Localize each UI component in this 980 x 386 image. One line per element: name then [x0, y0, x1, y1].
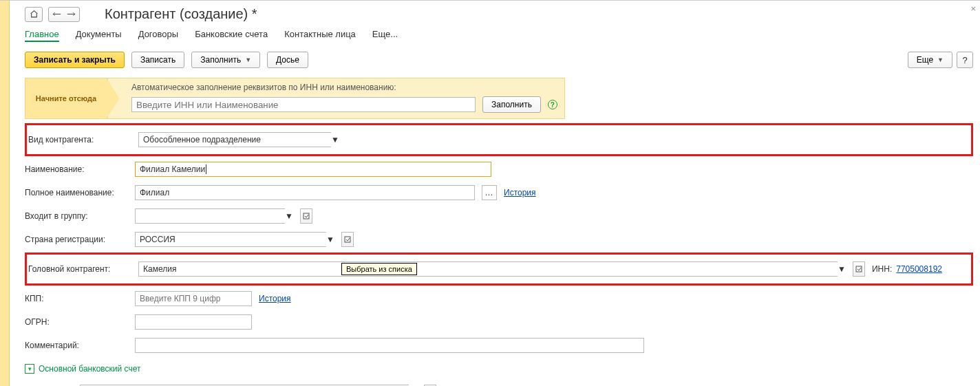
bank-section-title: Основной банковский счет — [39, 364, 140, 374]
tab-main[interactable]: Главное — [25, 29, 59, 42]
tab-documents[interactable]: Документы — [76, 29, 122, 42]
group-label: Входит в группу: — [25, 211, 128, 221]
open-icon — [344, 236, 351, 243]
type-dropdown-button[interactable]: ▼ — [331, 135, 339, 144]
tab-bar: Главное Документы Договоры Банковские сч… — [25, 29, 973, 42]
type-value: Обособленное подразделение — [143, 135, 261, 144]
tab-bank-accounts[interactable]: Банковские счета — [195, 29, 268, 42]
country-dropdown-button[interactable]: ▼ — [326, 235, 334, 244]
comment-label: Комментарий: — [25, 341, 128, 350]
fill-button-label: Заполнить — [200, 55, 241, 65]
collapse-toggle[interactable]: ▾ — [25, 364, 34, 374]
country-value: РОССИЯ — [140, 235, 175, 244]
svg-rect-0 — [303, 213, 309, 219]
help-icon[interactable]: ? — [548, 100, 557, 109]
save-button[interactable]: Записать — [131, 52, 184, 68]
fullname-input[interactable]: Филиал — [135, 185, 475, 200]
ogrn-input[interactable] — [135, 314, 252, 330]
svg-rect-1 — [345, 237, 350, 242]
kpp-label: КПП: — [25, 294, 128, 303]
parent-input[interactable]: Камелия — [138, 261, 838, 277]
fullname-ellipsis-button[interactable]: … — [482, 185, 497, 200]
tab-more[interactable]: Еще... — [372, 29, 398, 42]
back-forward-buttons[interactable]: 🡐 🡒 — [48, 7, 80, 22]
open-icon — [855, 266, 862, 272]
inn-lookup-input[interactable] — [131, 97, 476, 112]
group-input[interactable] — [135, 208, 285, 224]
parent-label: Головной контрагент: — [28, 264, 131, 274]
ogrn-label: ОГРН: — [25, 317, 128, 327]
type-select[interactable]: Обособленное подразделение — [138, 132, 331, 147]
more-button-label: Еще — [917, 55, 933, 65]
help-button[interactable]: ? — [957, 52, 973, 68]
inn-lookup-fill-button[interactable]: Заполнить — [482, 96, 541, 113]
parent-dropdown-tooltip: Выбрать из списка — [341, 263, 417, 275]
country-open-button[interactable] — [341, 232, 354, 247]
fullname-value: Филиал — [140, 188, 169, 197]
group-dropdown-button[interactable]: ▼ — [285, 211, 293, 221]
kpp-history-link[interactable]: История — [259, 294, 291, 303]
text-cursor — [206, 164, 206, 174]
type-label: Вид контрагента: — [28, 135, 131, 144]
start-here-banner: Начните отсюда Автоматическое заполнение… — [25, 78, 973, 119]
parent-open-button[interactable] — [853, 261, 865, 277]
country-input[interactable]: РОССИЯ — [135, 232, 326, 247]
home-icon — [30, 10, 39, 19]
svg-rect-2 — [856, 266, 862, 272]
group-open-button[interactable] — [300, 208, 312, 224]
toolbar: Записать и закрыть Записать Заполнить ▼ … — [25, 52, 973, 68]
open-icon — [303, 213, 310, 219]
name-label: Наименование: — [25, 164, 128, 174]
dossier-button[interactable]: Досье — [267, 52, 308, 68]
inn-label: ИНН: — [872, 264, 892, 274]
parent-dropdown-button[interactable]: ▼ — [838, 264, 846, 274]
start-caption: Автоматическое заполнение реквизитов по … — [131, 83, 557, 92]
page-title: Контрагент (создание) * — [105, 6, 257, 22]
forward-arrow-icon: 🡒 — [67, 9, 76, 19]
back-arrow-icon: 🡐 — [52, 9, 61, 19]
parent-value: Камелия — [143, 264, 176, 274]
home-button[interactable] — [25, 7, 43, 22]
kpp-input[interactable] — [135, 291, 252, 306]
chevron-down-icon: ▼ — [937, 56, 944, 63]
name-input[interactable]: Филиал Камелии — [135, 162, 491, 177]
fullname-history-link[interactable]: История — [504, 188, 536, 197]
more-button[interactable]: Еще ▼ — [908, 52, 952, 68]
tab-contacts[interactable]: Контактные лица — [284, 29, 356, 42]
comment-input[interactable] — [135, 338, 644, 353]
name-value: Филиал Камелии — [140, 164, 205, 174]
left-accent-bar — [0, 1, 10, 386]
save-and-close-button[interactable]: Записать и закрыть — [25, 52, 125, 68]
start-here-label: Начните отсюда — [25, 78, 107, 119]
chevron-down-icon: ▼ — [245, 56, 251, 63]
fullname-label: Полное наименование: — [25, 188, 128, 197]
fill-dropdown-button[interactable]: Заполнить ▼ — [191, 52, 260, 68]
country-label: Страна регистрации: — [25, 235, 128, 244]
tab-contracts[interactable]: Договоры — [138, 29, 178, 42]
inn-value-link[interactable]: 7705008192 — [896, 264, 942, 274]
